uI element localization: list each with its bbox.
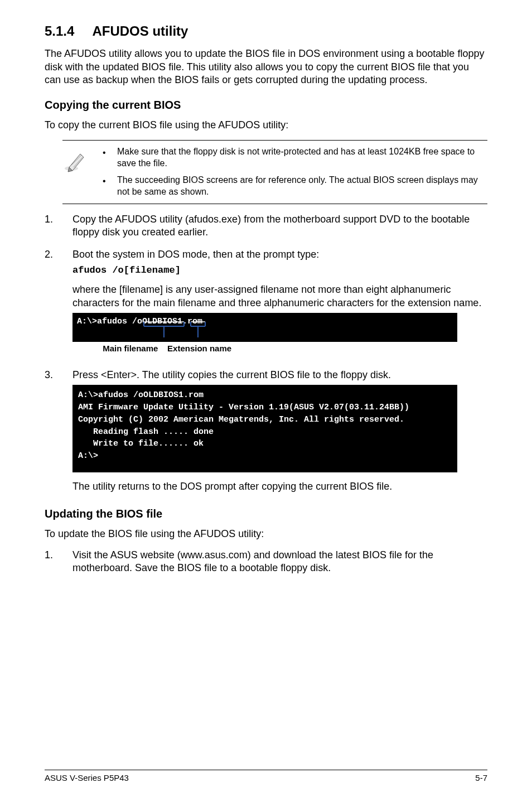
- section-heading: 5.1.4AFUDOS utility: [45, 22, 487, 40]
- section-number: 5.1.4: [45, 22, 74, 40]
- terminal-output: A:\>afudos /oOLDBIOS1.rom: [72, 313, 457, 342]
- step-item: Copy the AFUDOS utility (afudos.exe) fro…: [45, 213, 487, 243]
- copying-lead: To copy the current BIOS file using the …: [45, 119, 487, 132]
- page-footer: ASUS V-Series P5P43 5-7: [45, 770, 487, 784]
- footer-right: 5-7: [475, 772, 487, 784]
- note-item: • The succeeding BIOS screens are for re…: [103, 175, 483, 198]
- note-item: • Make sure that the floppy disk is not …: [103, 146, 483, 170]
- note-text: Make sure that the floppy disk is not wr…: [117, 146, 483, 170]
- terminal-output: A:\>afudos /oOLDBIOS1.rom AMI Firmware U…: [72, 385, 457, 472]
- step-item: Visit the ASUS website (www.asus.com) an…: [45, 549, 487, 578]
- step-text: Press <Enter>. The utility copies the cu…: [72, 369, 487, 381]
- code-line: afudos /o[filename]: [72, 264, 487, 277]
- bullet-icon: •: [103, 146, 106, 170]
- copying-heading: Copying the current BIOS: [45, 98, 487, 112]
- updating-heading: Updating the BIOS file: [45, 506, 487, 521]
- step-desc: where the [filename] is any user-assigne…: [72, 283, 487, 310]
- step-text: Boot the system in DOS mode, then at the…: [72, 248, 487, 261]
- pencil-icon: [62, 146, 89, 173]
- intro-paragraph: The AFUDOS utility allows you to update …: [45, 47, 487, 86]
- section-title: AFUDOS utility: [92, 23, 188, 38]
- bullet-icon: •: [103, 175, 106, 198]
- annotation-labels: Main filename Extension name: [72, 343, 487, 354]
- step-item: Press <Enter>. The utility copies the cu…: [45, 369, 487, 496]
- step-text: Copy the AFUDOS utility (afudos.exe) fro…: [72, 213, 487, 239]
- note-box: • Make sure that the floppy disk is not …: [62, 140, 487, 204]
- main-filename-label: Main filename: [103, 343, 158, 354]
- note-text: The succeeding BIOS screens are for refe…: [117, 175, 483, 198]
- footer-left: ASUS V-Series P5P43: [45, 772, 129, 784]
- step-tail: The utility returns to the DOS prompt af…: [72, 480, 487, 493]
- updating-lead: To update the BIOS file using the AFUDOS…: [45, 528, 487, 540]
- extension-name-label: Extension name: [167, 343, 231, 354]
- step-text: Visit the ASUS website (www.asus.com) an…: [72, 549, 487, 575]
- terminal-line: A:\>afudos /oOLDBIOS1.rom: [77, 317, 202, 326]
- step-item: Boot the system in DOS mode, then at the…: [45, 248, 487, 363]
